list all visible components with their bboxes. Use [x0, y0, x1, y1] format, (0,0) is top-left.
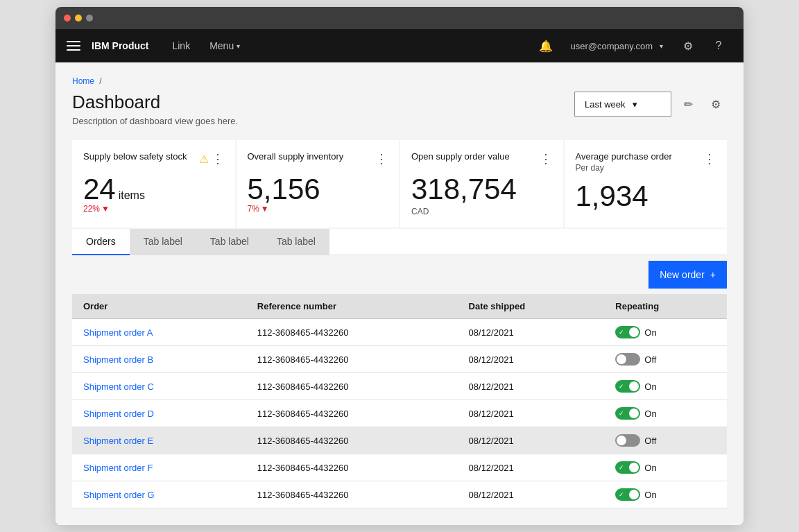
overflow-menu-icon-2[interactable]: ⋮: [540, 151, 552, 166]
stat-value-1: 5,156: [248, 173, 320, 205]
stats-row: Supply below safety stock ⚠ ⋮ 24items 22…: [72, 140, 727, 228]
order-link-4[interactable]: Shipment order E: [83, 436, 153, 446]
stat-card-overall-supply: Overall supply inventory ⋮ 5,156 7% ▼: [237, 140, 400, 228]
toggle-label-4: Off: [644, 436, 656, 446]
new-order-button[interactable]: New order +: [648, 261, 727, 289]
stat-unit-0: items: [119, 189, 145, 201]
order-link-6[interactable]: Shipment order G: [83, 490, 155, 500]
page-content: Home / Dashboard Description of dashboar…: [55, 62, 744, 525]
date-shipped-0: 08/12/2021: [458, 319, 605, 346]
orders-table: Order Reference number Date shipped Repe…: [72, 294, 727, 508]
stat-card-title-0: Supply below safety stock: [83, 151, 187, 163]
nav-link-link[interactable]: Link: [162, 29, 200, 62]
stat-card-title-1: Overall supply inventory: [248, 151, 344, 163]
order-link-0[interactable]: Shipment order A: [83, 327, 153, 338]
page-actions: Last week ▾ ✏ ⚙: [574, 92, 727, 117]
toggle-3[interactable]: [615, 407, 640, 420]
table-row: Shipment order D112-3608465-443226008/12…: [72, 400, 727, 427]
browser-dot-gray: [86, 15, 93, 22]
toggle-label-0: On: [644, 327, 656, 338]
date-range-picker[interactable]: Last week ▾: [574, 92, 671, 117]
dashboard-settings-icon[interactable]: ⚙: [705, 93, 727, 115]
order-link-5[interactable]: Shipment order F: [83, 463, 153, 473]
col-header-ref: Reference number: [246, 294, 458, 319]
date-shipped-2: 08/12/2021: [458, 373, 605, 400]
warning-icon: ⚠: [199, 153, 209, 166]
toggle-label-1: Off: [644, 354, 656, 365]
col-header-repeating: Repeating: [604, 294, 727, 319]
ref-number-0: 112-3608465-4432260: [246, 319, 458, 346]
overflow-menu-icon-1[interactable]: ⋮: [375, 151, 388, 166]
page-description: Description of dashboard view goes here.: [72, 116, 238, 126]
browser-window: IBM Product Link Menu ▾ 🔔 user@company.c…: [55, 7, 744, 525]
toggle-wrap-4: Off: [615, 434, 716, 447]
stat-card-subtitle-3: Per day: [576, 163, 672, 174]
table-toolbar: New order +: [72, 255, 727, 294]
date-shipped-4: 08/12/2021: [458, 427, 605, 454]
stat-value-3: 1,934: [576, 180, 648, 212]
hamburger-menu[interactable]: [67, 41, 80, 51]
table-row: Shipment order F112-3608465-443226008/12…: [72, 454, 727, 481]
toggle-wrap-5: On: [615, 461, 716, 474]
toggle-wrap-2: On: [615, 380, 716, 393]
page-title-group: Dashboard Description of dashboard view …: [72, 92, 238, 126]
toggle-4[interactable]: [615, 434, 640, 447]
table-row: Shipment order E112-3608465-443226008/12…: [72, 427, 727, 454]
toggle-wrap-3: On: [615, 407, 716, 420]
nav-link-menu[interactable]: Menu ▾: [200, 29, 250, 62]
ref-number-2: 112-3608465-4432260: [246, 373, 458, 400]
tab-orders[interactable]: Orders: [72, 229, 130, 255]
order-link-2[interactable]: Shipment order C: [83, 381, 154, 392]
date-shipped-6: 08/12/2021: [458, 481, 605, 508]
tabs-section: Orders Tab label Tab label Tab label: [72, 229, 727, 255]
col-header-date: Date shipped: [458, 294, 605, 319]
tab-label-2[interactable]: Tab label: [196, 229, 263, 255]
ref-number-6: 112-3608465-4432260: [246, 481, 458, 508]
date-picker-chevron: ▾: [633, 99, 637, 110]
ref-number-1: 112-3608465-4432260: [246, 346, 458, 373]
help-icon[interactable]: ?: [705, 29, 732, 62]
date-shipped-5: 08/12/2021: [458, 454, 605, 481]
nav-right: 🔔 user@company.com ▾ ⚙ ?: [532, 29, 732, 62]
edit-icon[interactable]: ✏: [677, 93, 699, 115]
toggle-wrap-0: On: [615, 326, 716, 338]
tab-label-3[interactable]: Tab label: [263, 229, 329, 255]
toggle-6[interactable]: [615, 488, 640, 501]
breadcrumb-home[interactable]: Home: [72, 76, 94, 86]
table-section: New order + Order Reference number Date …: [72, 255, 727, 508]
page-header: Dashboard Description of dashboard view …: [72, 92, 727, 126]
order-link-1[interactable]: Shipment order B: [83, 354, 153, 365]
toggle-1[interactable]: [615, 353, 640, 366]
table-row: Shipment order C112-3608465-443226008/12…: [72, 373, 727, 400]
user-chevron-icon: ▾: [660, 42, 663, 50]
new-order-plus-icon: +: [710, 269, 716, 280]
stat-card-title-3: Average purchase order Per day: [576, 151, 672, 173]
toggle-label-6: On: [644, 490, 656, 500]
toggle-0[interactable]: [615, 326, 640, 338]
stat-value-0: 24: [83, 173, 116, 205]
notification-icon[interactable]: 🔔: [532, 29, 560, 62]
toggle-2[interactable]: [615, 380, 640, 393]
stat-trend-1: 7% ▼: [248, 204, 388, 214]
browser-dot-red: [64, 15, 71, 22]
toggle-label-5: On: [644, 463, 656, 473]
table-header-row: Order Reference number Date shipped Repe…: [72, 294, 727, 319]
theme-settings-icon[interactable]: ⚙: [674, 29, 702, 62]
user-menu[interactable]: user@company.com ▾: [562, 29, 671, 62]
overflow-menu-icon-3[interactable]: ⋮: [703, 151, 716, 166]
table-row: Shipment order A112-3608465-443226008/12…: [72, 319, 727, 346]
toggle-label-3: On: [644, 409, 656, 419]
order-link-3[interactable]: Shipment order D: [83, 409, 154, 419]
stat-card-open-supply-order: Open supply order value ⋮ 318,754 CAD: [400, 140, 563, 228]
stat-card-avg-purchase-order: Average purchase order Per day ⋮ 1,934: [565, 140, 728, 228]
toggle-5[interactable]: [615, 461, 640, 474]
new-order-label: New order: [660, 269, 705, 280]
overflow-menu-icon-0[interactable]: ⋮: [212, 151, 224, 166]
tab-label-1[interactable]: Tab label: [130, 229, 196, 255]
toggle-wrap-6: On: [615, 488, 716, 501]
stat-card-title-2: Open supply order value: [411, 151, 510, 163]
stat-value-2: 318,754: [411, 173, 517, 205]
tabs-header: Orders Tab label Tab label Tab label: [72, 229, 727, 255]
table-row: Shipment order B112-3608465-443226008/12…: [72, 346, 727, 373]
toggle-label-2: On: [644, 381, 656, 392]
